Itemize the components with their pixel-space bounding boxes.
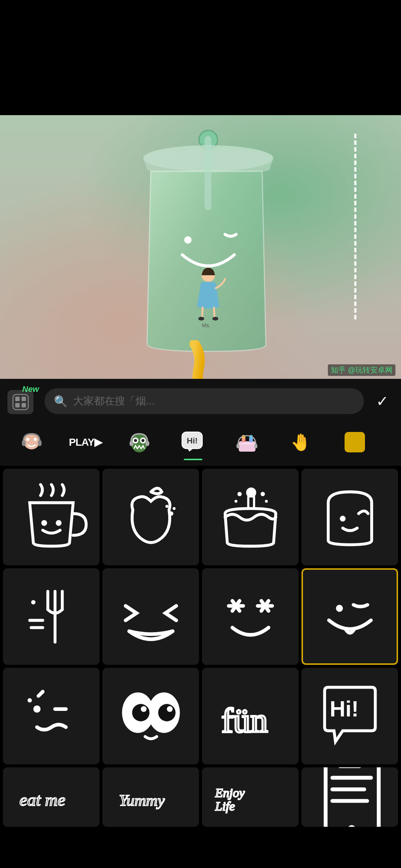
svg-rect-36 xyxy=(254,444,257,448)
tab-yellow[interactable] xyxy=(330,425,379,462)
svg-point-25 xyxy=(141,439,144,442)
sticker-bread[interactable] xyxy=(301,469,398,565)
svg-text:Hi!: Hi! xyxy=(187,436,198,445)
confirm-button[interactable]: ✓ xyxy=(371,390,394,412)
svg-text:Yummy: Yummy xyxy=(119,791,165,809)
hand-tab-icon: 🤚 xyxy=(286,427,316,457)
svg-point-45 xyxy=(237,492,242,496)
checkmark-icon: ✓ xyxy=(376,393,389,410)
sticker-panel: New 🔍 大家都在搜「烟... ✓ xyxy=(0,379,401,830)
sticker-hi-bubble[interactable]: Hi! xyxy=(301,668,398,764)
search-icon: 🔍 xyxy=(54,395,68,408)
svg-point-47 xyxy=(234,500,237,503)
tab-indicator-hand xyxy=(291,459,310,460)
svg-point-72 xyxy=(167,706,173,712)
svg-point-18 xyxy=(34,438,37,441)
svg-point-21 xyxy=(131,434,147,452)
svg-point-49 xyxy=(340,516,346,521)
svg-rect-13 xyxy=(22,397,26,401)
sticker-grid: fün Hi! xyxy=(0,466,401,767)
svg-point-70 xyxy=(158,704,176,721)
monster-tab-icon xyxy=(124,427,154,457)
svg-rect-14 xyxy=(15,403,20,407)
tab-cake[interactable] xyxy=(223,425,271,462)
tab-indicator-recent xyxy=(22,459,41,460)
arrow-indicator xyxy=(169,340,217,379)
svg-point-41 xyxy=(173,507,176,510)
svg-point-48 xyxy=(265,500,268,503)
svg-point-42 xyxy=(165,505,168,508)
svg-point-17 xyxy=(26,438,29,441)
sticker-fork[interactable] xyxy=(3,568,100,665)
svg-point-46 xyxy=(260,492,265,496)
search-placeholder-text: 大家都在搜「烟... xyxy=(73,394,154,408)
svg-text:Hi!: Hi! xyxy=(329,696,358,721)
new-badge: New xyxy=(22,384,39,394)
svg-point-65 xyxy=(27,698,32,702)
top-spacer xyxy=(0,0,401,115)
svg-point-71 xyxy=(141,706,147,712)
svg-point-62 xyxy=(336,605,343,612)
search-row: New 🔍 大家都在搜「烟... ✓ xyxy=(0,379,401,422)
svg-rect-26 xyxy=(130,441,133,446)
tab-play[interactable]: PLAY▶ xyxy=(61,425,110,462)
sticker-library-button[interactable]: New xyxy=(7,386,37,416)
svg-point-40 xyxy=(169,511,173,516)
category-tabs: PLAY▶ xyxy=(0,422,401,466)
tab-monster[interactable] xyxy=(115,425,163,462)
cup-illustration: Ms. xyxy=(130,129,286,370)
tab-hand[interactable]: 🤚 xyxy=(277,425,325,462)
sticker-smiley-selected[interactable] xyxy=(301,568,398,665)
svg-point-63 xyxy=(33,705,40,713)
hi-tab-icon: Hi! xyxy=(178,427,208,457)
svg-text:fün: fün xyxy=(221,701,268,739)
svg-point-7 xyxy=(198,317,204,321)
photo-canvas[interactable]: Ms. 知乎 @玩转安卓网 xyxy=(0,115,401,379)
tab-indicator-yellow xyxy=(345,459,364,460)
dashed-line-decoration xyxy=(354,134,356,319)
svg-rect-12 xyxy=(15,397,20,401)
sticker-phone[interactable] xyxy=(301,767,398,827)
sticker-yummy[interactable]: Yummy xyxy=(102,767,199,827)
svg-point-39 xyxy=(56,520,62,526)
svg-line-6 xyxy=(214,307,215,318)
tab-indicator-monster xyxy=(130,459,149,460)
recent-tab-icon xyxy=(17,427,46,457)
tab-recent[interactable] xyxy=(7,425,56,462)
svg-line-66 xyxy=(38,692,43,696)
sticker-fruit[interactable] xyxy=(102,469,199,565)
svg-point-8 xyxy=(212,317,218,321)
svg-rect-11 xyxy=(13,394,28,410)
tab-hi[interactable]: Hi! xyxy=(169,425,217,462)
sticker-face-xeyes[interactable] xyxy=(202,568,299,665)
bottom-sticker-row: eat me Yummy Enjoy Life xyxy=(0,767,401,830)
svg-point-38 xyxy=(41,520,47,526)
play-tab-icon: PLAY▶ xyxy=(71,427,100,457)
tab-indicator-play xyxy=(76,459,95,460)
sticker-hot-cup[interactable] xyxy=(3,469,100,565)
sticker-eat-me[interactable]: eat me xyxy=(3,767,100,827)
yellow-tab-icon xyxy=(340,427,369,457)
svg-point-24 xyxy=(134,439,137,442)
svg-text:eat me: eat me xyxy=(20,790,65,809)
svg-rect-37 xyxy=(345,432,365,452)
svg-rect-35 xyxy=(237,444,239,448)
svg-rect-2 xyxy=(205,136,211,210)
sticker-big-eyes[interactable] xyxy=(102,668,199,764)
svg-point-44 xyxy=(247,489,255,496)
sticker-enjoy-life[interactable]: Enjoy Life xyxy=(202,767,299,827)
svg-point-69 xyxy=(132,704,149,721)
search-input[interactable]: 🔍 大家都在搜「烟... xyxy=(45,388,364,414)
sticker-fun-text[interactable]: fün xyxy=(202,668,299,764)
svg-point-3 xyxy=(184,236,192,244)
svg-rect-19 xyxy=(22,440,26,446)
sticker-birthday-cake[interactable] xyxy=(202,469,299,565)
cake-tab-icon xyxy=(232,427,262,457)
svg-line-5 xyxy=(202,307,203,318)
tab-indicator-cake xyxy=(238,459,256,460)
svg-point-55 xyxy=(31,600,35,604)
sticker-face-wink[interactable] xyxy=(102,568,199,665)
watermark: 知乎 @玩转安卓网 xyxy=(328,364,395,376)
sticker-dot-face[interactable] xyxy=(3,668,100,764)
svg-text:Enjoy: Enjoy xyxy=(215,786,245,800)
